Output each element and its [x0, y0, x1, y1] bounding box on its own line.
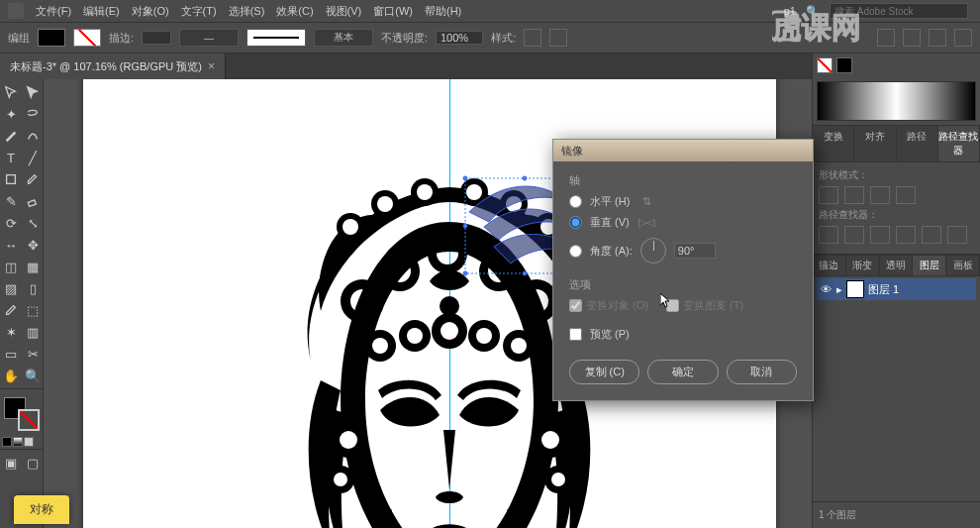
- shaper-tool[interactable]: ✎: [0, 190, 22, 212]
- tab-transform[interactable]: 变换: [813, 126, 854, 161]
- search-input[interactable]: [830, 3, 968, 19]
- workspace-label[interactable]: p1: [784, 5, 796, 17]
- menu-file[interactable]: 文件(F): [36, 4, 71, 19]
- gradient-tool[interactable]: ▯: [22, 277, 44, 299]
- expand-arrow-icon[interactable]: ▸: [836, 283, 842, 296]
- curvature-tool[interactable]: [22, 125, 44, 147]
- layer-row[interactable]: 👁 ▸ 图层 1: [817, 278, 976, 300]
- lasso-tool[interactable]: [22, 103, 44, 125]
- width-tool[interactable]: ↔: [0, 234, 22, 256]
- angle-dial-icon[interactable]: [640, 238, 666, 264]
- ok-button[interactable]: 确定: [647, 360, 718, 384]
- layer-name[interactable]: 图层 1: [868, 282, 899, 297]
- preview-checkbox[interactable]: [569, 328, 582, 341]
- menu-object[interactable]: 对象(O): [132, 4, 169, 19]
- cancel-button[interactable]: 取消: [727, 360, 797, 384]
- column-graph-tool[interactable]: ▥: [22, 321, 44, 343]
- trim-icon[interactable]: [844, 226, 864, 244]
- slice-tool[interactable]: ✂: [22, 343, 44, 365]
- axis-angle-option[interactable]: 角度 (A):: [569, 238, 797, 264]
- opacity-field[interactable]: [436, 31, 483, 45]
- unite-icon[interactable]: [819, 186, 838, 204]
- visibility-icon[interactable]: 👁: [819, 283, 833, 295]
- perspective-tool[interactable]: ▦: [22, 256, 44, 277]
- fill-swatch[interactable]: [38, 29, 65, 47]
- fill-stroke-indicator[interactable]: [2, 395, 42, 433]
- menu-edit[interactable]: 编辑(E): [83, 4, 120, 19]
- tab-gradient[interactable]: 渐变: [846, 256, 880, 275]
- minus-back-icon[interactable]: [947, 226, 967, 244]
- shape-builder-tool[interactable]: ◫: [0, 256, 22, 277]
- change-screen-tool[interactable]: ▢: [22, 452, 44, 474]
- crop-icon[interactable]: [896, 226, 916, 244]
- close-icon[interactable]: ×: [208, 59, 215, 73]
- stroke-swatch[interactable]: [73, 29, 101, 47]
- line-tool[interactable]: ╱: [22, 147, 44, 168]
- tab-stroke[interactable]: 描边: [813, 256, 846, 275]
- menu-effect[interactable]: 效果(C): [276, 4, 313, 19]
- document-tab[interactable]: 未标题-3* @ 107.16% (RGB/GPU 预览) ×: [0, 53, 226, 79]
- transform-icon[interactable]: [903, 29, 921, 47]
- brush-definition-drop[interactable]: [246, 29, 306, 47]
- rotate-tool[interactable]: ⟳: [0, 212, 22, 234]
- brush-basic-drop[interactable]: 基本: [314, 29, 373, 47]
- eraser-tool[interactable]: [22, 190, 44, 212]
- divide-icon[interactable]: [819, 226, 838, 244]
- angle-value-field[interactable]: [674, 243, 716, 259]
- type-tool[interactable]: T: [0, 147, 22, 168]
- stroke-weight-field[interactable]: [142, 31, 171, 45]
- arrange-icon[interactable]: [954, 29, 972, 47]
- color-mode-none-icon[interactable]: [24, 437, 34, 447]
- axis-vertical-option[interactable]: 垂直 (V) ▷◁: [569, 215, 797, 230]
- tab-artboards[interactable]: 画板: [946, 256, 980, 275]
- tab-transparency[interactable]: 透明: [880, 256, 914, 275]
- blend-tool[interactable]: ⬚: [22, 299, 44, 321]
- direct-selection-tool[interactable]: [22, 81, 44, 103]
- intersect-icon[interactable]: [870, 186, 890, 204]
- free-transform-tool[interactable]: ✥: [22, 234, 44, 256]
- axis-horizontal-radio[interactable]: [569, 195, 582, 208]
- align-icon[interactable]: [877, 29, 895, 47]
- stroke-color-icon[interactable]: [18, 409, 40, 431]
- merge-icon[interactable]: [870, 226, 890, 244]
- fill-black-icon[interactable]: [836, 57, 852, 73]
- rectangle-tool[interactable]: [0, 168, 22, 190]
- tab-path[interactable]: 路径: [897, 126, 938, 161]
- zoom-tool[interactable]: 🔍: [22, 365, 44, 386]
- graphic-style-drop[interactable]: [524, 29, 541, 47]
- symbol-sprayer-tool[interactable]: ✶: [0, 321, 22, 343]
- eyedropper-tool[interactable]: [0, 299, 22, 321]
- preview-option[interactable]: 预览 (P): [569, 327, 797, 342]
- exclude-icon[interactable]: [896, 186, 916, 204]
- menu-type[interactable]: 文字(T): [181, 4, 217, 19]
- fill-none-icon[interactable]: [817, 57, 833, 73]
- copy-button[interactable]: 复制 (C): [569, 360, 639, 384]
- menu-help[interactable]: 帮助(H): [425, 4, 461, 19]
- tab-layers[interactable]: 图层: [913, 256, 946, 275]
- menu-view[interactable]: 视图(V): [326, 4, 362, 19]
- brush-tool[interactable]: [22, 168, 44, 190]
- axis-horizontal-option[interactable]: 水平 (H) ⇅: [569, 194, 797, 209]
- color-mode-gradient-icon[interactable]: [13, 437, 23, 447]
- screen-mode-tool[interactable]: ▣: [0, 452, 22, 474]
- menu-select[interactable]: 选择(S): [229, 4, 265, 19]
- selection-tool[interactable]: [0, 81, 22, 103]
- recolor-icon[interactable]: [549, 29, 567, 47]
- stroke-profile-drop[interactable]: —: [179, 29, 239, 47]
- outline-icon[interactable]: [922, 226, 941, 244]
- scale-tool[interactable]: ⤡: [22, 212, 44, 234]
- hand-tool[interactable]: ✋: [0, 365, 22, 386]
- magic-wand-tool[interactable]: ✦: [0, 103, 22, 125]
- isolate-icon[interactable]: [929, 29, 946, 47]
- dialog-titlebar[interactable]: 镜像: [553, 140, 813, 161]
- axis-vertical-radio[interactable]: [569, 216, 582, 229]
- minus-front-icon[interactable]: [844, 186, 864, 204]
- tab-pathfinder[interactable]: 路径查找器: [938, 126, 980, 161]
- pen-tool[interactable]: [0, 125, 22, 147]
- axis-angle-radio[interactable]: [569, 245, 582, 258]
- color-mode-solid-icon[interactable]: [2, 437, 12, 447]
- artboard-tool[interactable]: ▭: [0, 343, 22, 365]
- menu-window[interactable]: 窗口(W): [373, 4, 413, 19]
- tab-align[interactable]: 对齐: [854, 126, 896, 161]
- mesh-tool[interactable]: ▨: [0, 277, 22, 299]
